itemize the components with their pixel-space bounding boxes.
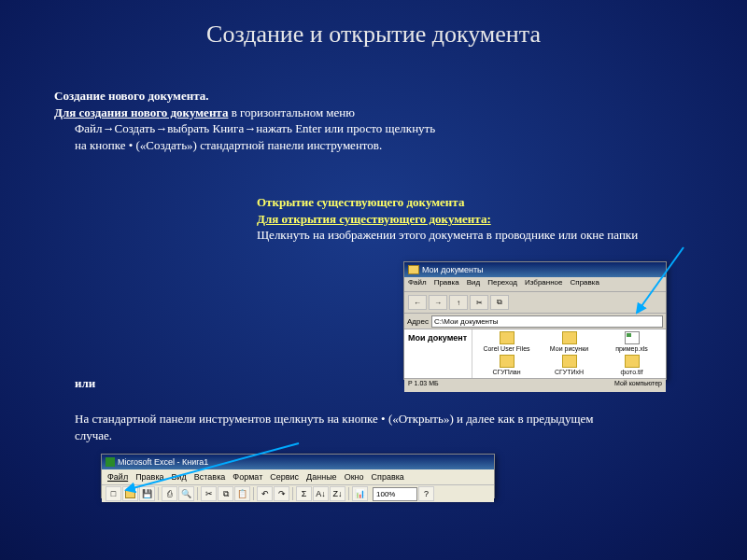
save-button[interactable]: 💾 [139,486,155,501]
folder-icon [500,331,514,344]
excel-titlebar: Microsoft Excel - Книга1 [102,455,494,469]
explorer-side-label: Мои документ [404,329,472,378]
open-button[interactable] [122,486,138,501]
up-button[interactable]: ↑ [449,295,468,310]
file-label: СГУПлан [492,369,520,375]
open-via-toolbar-section: На стандартной панели инструментов щелкн… [75,411,598,444]
folder-icon [562,331,577,344]
create-document-section: Создание нового документа. Для создания … [54,88,493,153]
explorer-toolbar: ← → ↑ ✂ ⧉ [404,292,666,314]
explorer-menu-item[interactable]: Переход [487,278,517,290]
explorer-menu-item[interactable]: Справка [571,278,599,290]
excel-title: Microsoft Excel - Книга1 [118,457,208,467]
explorer-statusbar: Р 1.03 МБ Мой компьютер [404,378,666,392]
sort-desc-button[interactable]: Z↓ [330,486,345,501]
excel-menu-item[interactable]: Вставка [194,472,225,482]
file-label: Corel User Files [483,345,529,352]
back-button[interactable]: ← [408,295,427,310]
forward-button[interactable]: → [429,295,447,310]
excel-menu-item[interactable]: Данные [306,472,337,482]
redo-button[interactable]: ↷ [274,486,289,501]
separator [253,487,254,500]
print-button[interactable]: ⎙ [162,486,177,501]
sort-asc-button[interactable]: A↓ [313,486,329,501]
separator [348,487,349,500]
file-item[interactable]: Corel User Files [476,331,537,353]
slide-title: Создание и открытие документа [0,0,747,49]
explorer-titlebar: Мои документы [404,262,666,277]
folder-icon [625,355,640,368]
file-item[interactable]: СГУПлан [476,355,537,376]
address-label: Адрес [407,317,429,326]
excel-window: Microsoft Excel - Книга1 Файл Правка Вид… [101,454,495,498]
separator [292,487,293,500]
open-document-section: Открытие существующего документа Для отк… [257,194,705,244]
explorer-menu-item[interactable]: Вид [467,278,480,290]
explorer-menu-item[interactable]: Файл [408,278,427,290]
explorer-title: Мои документы [422,265,484,274]
address-input[interactable] [431,315,663,328]
preview-button[interactable]: 🔍 [178,486,194,501]
undo-button[interactable]: ↶ [257,486,273,501]
section3-body: На стандартной панели инструментов щелкн… [75,412,593,442]
copy-button[interactable]: ⧉ [218,486,233,501]
section1-line2: Файл→Создать→выбрать Книга→нажать Enter … [54,120,493,137]
excel-menu-item[interactable]: Формат [233,472,262,482]
new-button[interactable]: □ [106,486,121,501]
folder-icon [500,355,514,368]
chart-button[interactable]: 📊 [352,486,368,501]
folder-icon [408,265,419,274]
explorer-window: Мои документы Файл Правка Вид Переход Из… [403,261,667,380]
copy-button[interactable]: ⧉ [490,295,509,310]
excel-file-icon [625,331,640,344]
section1-tail: в горизонтальном меню [228,105,355,119]
cut-button[interactable]: ✂ [470,295,488,310]
zoom-combo[interactable]: 100% [373,487,417,501]
excel-menu-item[interactable]: Окно [345,472,364,482]
paste-button[interactable]: 📋 [234,486,250,501]
open-folder-icon [125,490,135,498]
explorer-menubar: Файл Правка Вид Переход Избранное Справк… [404,277,666,292]
excel-menu-item[interactable]: Файл [107,472,128,482]
cut-button[interactable]: ✂ [201,486,217,501]
file-label: Мои рисунки [550,345,588,352]
excel-menubar: Файл Правка Вид Вставка Формат Сервис Да… [102,469,494,485]
explorer-files: Corel User Files Мои рисунки пример.xls … [472,329,666,378]
file-item[interactable]: Мои рисунки [539,331,599,353]
file-label: фото.tif [621,369,643,375]
or-label: или [75,376,95,391]
excel-menu-item[interactable]: Правка [135,472,163,482]
separator [158,487,159,500]
explorer-addressbar: Адрес [404,314,666,329]
section2-heading: Открытие существующего документа [257,195,464,209]
section1-line3: на кнопке • («Создать») стандартной пане… [54,137,493,154]
file-label: пример.xls [615,345,648,352]
section2-lead: Для открытия существующего документа: [257,212,491,226]
separator [197,487,198,500]
excel-menu-item[interactable]: Сервис [270,472,299,482]
explorer-menu-item[interactable]: Избранное [525,278,563,290]
file-item[interactable]: пример.xls [601,331,662,353]
excel-menu-item[interactable]: Справка [372,472,404,482]
section1-lead: Для создания нового документа [54,105,228,119]
folder-icon [562,355,577,368]
section1-heading: Создание нового документа. [54,89,209,103]
explorer-menu-item[interactable]: Правка [434,278,459,290]
status-right: Мой компьютер [614,380,662,391]
zoom-value: 100% [376,490,395,498]
sum-button[interactable]: Σ [296,486,312,501]
file-label: СГУТИхН [555,369,584,375]
excel-toolbar: □ 💾 ⎙ 🔍 ✂ ⧉ 📋 ↶ ↷ Σ A↓ Z↓ 📊 100% ? [102,485,494,502]
excel-icon [106,457,115,467]
file-item[interactable]: фото.tif [601,355,662,376]
section2-body: Щелкнуть на изображении этого документа … [257,228,638,242]
status-left: Р 1.03 МБ [408,380,439,391]
file-item[interactable]: СГУТИхН [539,355,599,376]
help-button[interactable]: ? [418,486,434,501]
excel-menu-item[interactable]: Вид [172,472,187,482]
explorer-content: Мои документ Corel User Files Мои рисунк… [404,329,666,378]
